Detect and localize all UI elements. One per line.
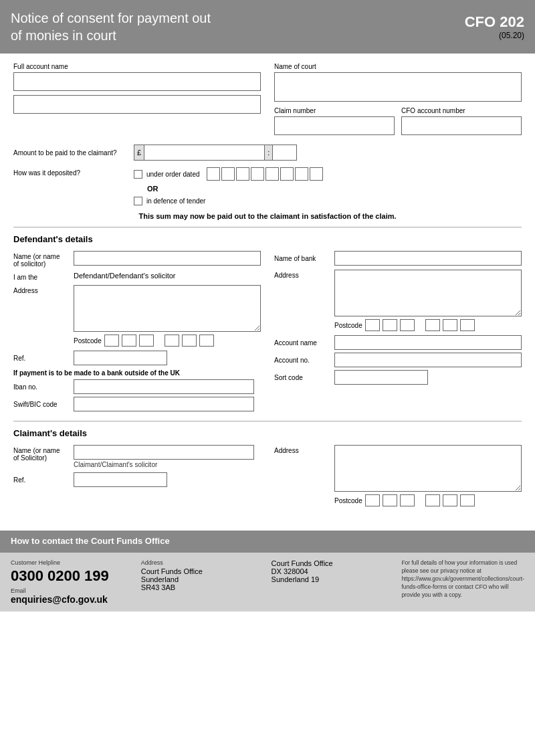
claimant-name-input[interactable]: [74, 445, 254, 460]
claimant-postcode-box-5[interactable]: [443, 494, 457, 506]
postcode-box-3[interactable]: [139, 335, 154, 347]
bank-address-label: Address: [274, 270, 334, 279]
amount-input[interactable]: [144, 145, 265, 161]
address2-line-2: DX 328004: [272, 567, 389, 575]
defendant-address-label: Address: [13, 285, 74, 294]
bank-address-input[interactable]: [334, 270, 522, 316]
bank-postcode-box-1[interactable]: [365, 319, 380, 331]
helpline-label: Customer Helpline: [11, 559, 128, 566]
bank-postcode-box-5[interactable]: [443, 319, 457, 331]
pound-symbol: £: [134, 145, 144, 161]
bank-postcode-box-4[interactable]: [425, 319, 440, 331]
address2-line-1: Court Funds Office: [272, 559, 389, 567]
account-no-label: Account no.: [274, 357, 334, 364]
account-name-label: Account name: [274, 339, 334, 347]
footer-email: enquiries@cfo.gov.uk: [11, 594, 128, 605]
defence-tender-checkbox[interactable]: [134, 197, 142, 205]
claimant-address-label: Address: [274, 445, 334, 454]
bank-postcode-box-3[interactable]: [400, 319, 415, 331]
postcode-box-6[interactable]: [199, 335, 214, 347]
address-line-1: Court Funds Office: [141, 567, 258, 575]
footer-phone: 0300 0200 199: [11, 567, 128, 585]
iban-label: Iban no.: [13, 383, 74, 391]
how-deposited-label: How was it deposited?: [13, 167, 134, 177]
date-year-3[interactable]: [295, 167, 308, 181]
or-text: OR: [147, 185, 323, 193]
postcode-box-4[interactable]: [165, 335, 179, 347]
privacy-text: For full details of how your information…: [401, 559, 524, 599]
date-day-1[interactable]: [207, 167, 220, 181]
bank-name-label: Name of bank: [274, 255, 334, 262]
date-year-1[interactable]: [265, 167, 279, 181]
swift-input[interactable]: [74, 397, 254, 411]
date-month-1[interactable]: [236, 167, 249, 181]
defence-tender-label: in defence of tender: [146, 197, 205, 205]
defendant-postcode-label: Postcode: [74, 337, 102, 345]
swift-label: Swift/BIC code: [13, 401, 74, 408]
email-label: Email: [11, 587, 128, 594]
defendant-name-input[interactable]: [74, 251, 261, 266]
full-account-name-input-2[interactable]: [13, 95, 261, 114]
form-code: CFO 202: [465, 13, 524, 31]
claimant-postcode-box-6[interactable]: [460, 494, 475, 506]
name-of-court-input[interactable]: [274, 72, 522, 102]
outside-uk-label: If payment is to be made to a bank outsi…: [13, 369, 261, 377]
claim-number-label: Claim number: [274, 107, 395, 114]
defendant-ref-label: Ref.: [13, 355, 74, 362]
postcode-box-1[interactable]: [104, 335, 119, 347]
amount-label: Amount to be paid to the claimant?: [13, 149, 134, 157]
colon: :: [265, 145, 273, 161]
claimant-sub-label: Claimant/Claimant's solicitor: [74, 461, 261, 468]
under-order-checkbox[interactable]: [134, 170, 142, 179]
full-account-name-input-1[interactable]: [13, 72, 261, 91]
claimant-section-title: Claimant's details: [13, 428, 522, 438]
divider-2: [13, 421, 522, 421]
claimant-postcode-box-1[interactable]: [365, 494, 380, 506]
under-order-label: under order dated: [146, 171, 200, 178]
footer-title: How to contact the Court Funds Office: [11, 536, 524, 546]
address-line-2: Sunderland: [141, 575, 258, 583]
name-of-court-label: Name of court: [274, 63, 522, 70]
form-date: (05.20): [465, 31, 524, 40]
claim-number-input[interactable]: [274, 116, 395, 135]
sort-code-label: Sort code: [274, 374, 334, 381]
bank-postcode-box-6[interactable]: [460, 319, 475, 331]
date-day-2[interactable]: [221, 167, 235, 181]
date-year-4[interactable]: [310, 167, 323, 181]
defendant-address-input[interactable]: [74, 285, 261, 332]
header: Notice of consent for payment out of mon…: [0, 0, 535, 54]
claimant-postcode-label: Postcode: [334, 497, 362, 504]
iban-input[interactable]: [74, 379, 254, 394]
bank-name-input[interactable]: [334, 251, 522, 266]
bold-notice: This sum may now be paid out to the clai…: [13, 212, 522, 220]
bank-postcode-label: Postcode: [334, 322, 362, 329]
claimant-postcode-box-4[interactable]: [425, 494, 440, 506]
divider: [13, 227, 522, 227]
account-name-input[interactable]: [334, 335, 522, 350]
claimant-address-input[interactable]: [334, 445, 522, 492]
cfo-account-number-input[interactable]: [401, 116, 522, 135]
account-no-input[interactable]: [334, 353, 522, 367]
claimant-postcode-box-2[interactable]: [383, 494, 397, 506]
address2-line-3: Sunderland 19: [272, 575, 389, 583]
claimant-name-label: Name (or nameof Solicitor): [13, 445, 74, 462]
postcode-box-5[interactable]: [182, 335, 197, 347]
claimant-ref-input[interactable]: [74, 472, 167, 487]
postcode-box-2[interactable]: [122, 335, 136, 347]
address-line-3: SR43 3AB: [141, 583, 258, 591]
defendant-section-title: Defendant's details: [13, 234, 522, 244]
defendant-ref-input[interactable]: [74, 351, 167, 365]
cfo-account-number-label: CFO account number: [401, 107, 522, 114]
claimant-postcode-box-3[interactable]: [400, 494, 415, 506]
i-am-the-value: Defendant/Defendant's solicitor: [74, 272, 176, 280]
full-account-name-label: Full account name: [13, 63, 261, 70]
date-year-2[interactable]: [280, 167, 294, 181]
sort-code-input[interactable]: [334, 370, 428, 385]
address-label: Address: [141, 559, 258, 566]
header-title: Notice of consent for payment out of mon…: [11, 9, 211, 44]
claimant-ref-label: Ref.: [13, 476, 74, 484]
date-month-2[interactable]: [251, 167, 264, 181]
bank-postcode-box-2[interactable]: [383, 319, 397, 331]
i-am-the-label: I am the: [13, 272, 74, 281]
pence-input[interactable]: [273, 145, 297, 161]
